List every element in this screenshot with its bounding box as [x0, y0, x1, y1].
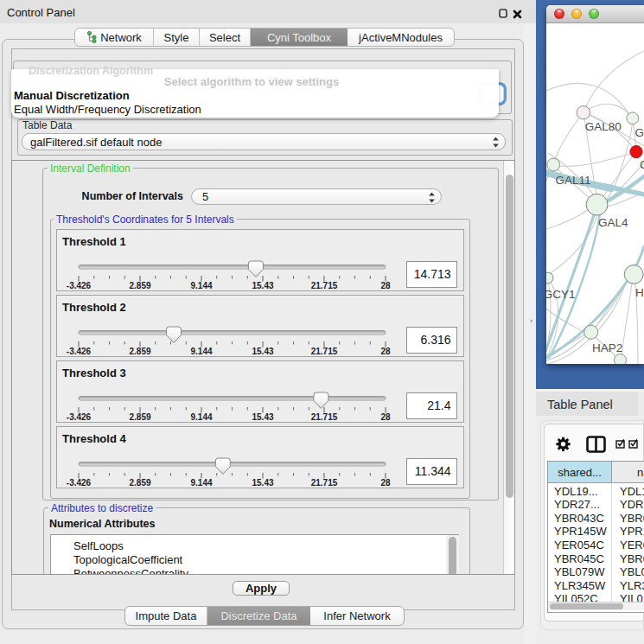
svg-text:C: C: [640, 158, 644, 171]
svg-text:G.: G.: [635, 126, 644, 139]
svg-text:GCY1: GCY1: [546, 288, 576, 301]
svg-text:GAL11: GAL11: [555, 174, 590, 187]
svg-text:GAL4: GAL4: [598, 216, 628, 229]
svg-text:H: H: [635, 286, 644, 299]
svg-text:HAP2: HAP2: [592, 341, 622, 354]
svg-text:GAL80: GAL80: [585, 120, 622, 133]
